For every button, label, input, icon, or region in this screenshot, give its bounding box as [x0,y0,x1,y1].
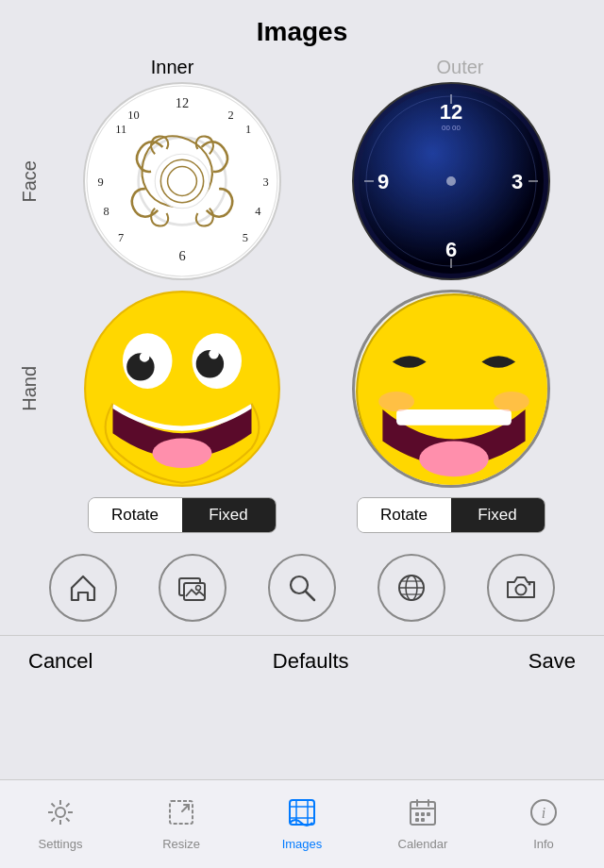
svg-point-38 [419,442,489,477]
save-button[interactable]: Save [528,649,576,674]
svg-text:12: 12 [175,95,188,110]
svg-line-59 [66,818,70,822]
tab-info[interactable]: i Info [483,798,604,851]
inner-fixed-btn[interactable]: Fixed [182,498,276,532]
outer-fixed-btn[interactable]: Fixed [451,498,545,532]
svg-point-39 [378,392,414,411]
svg-text:10: 10 [127,108,139,122]
inner-rotate-btn[interactable]: Rotate [89,498,182,532]
tab-resize-label: Resize [162,837,200,851]
svg-rect-75 [427,812,430,816]
home-icon [67,572,99,604]
svg-point-34 [209,349,219,359]
outer-col-header: Outer [357,57,564,78]
svg-line-60 [66,803,70,807]
svg-line-45 [306,592,314,600]
svg-text:9: 9 [97,175,103,189]
svg-line-58 [52,803,56,807]
svg-text:i: i [542,805,545,821]
cancel-button[interactable]: Cancel [28,649,92,674]
svg-rect-73 [415,812,419,816]
svg-text:00 00: 00 00 [441,124,461,132]
search-icon [286,572,318,604]
calendar-icon [409,798,437,833]
svg-text:6: 6 [178,248,185,263]
images-icon [288,798,316,833]
svg-rect-37 [396,409,512,426]
svg-point-33 [139,352,149,362]
action-bar: Cancel Defaults Save [0,635,604,687]
web-icon [395,572,428,604]
tab-calendar[interactable]: Calendar [362,798,483,851]
svg-point-26 [446,176,456,186]
tab-settings-label: Settings [39,837,83,851]
svg-point-52 [528,583,531,586]
outer-toggle-group: Rotate Fixed [357,497,545,533]
svg-text:4: 4 [255,205,260,218]
tab-calendar-label: Calendar [398,837,448,851]
svg-point-35 [152,439,211,469]
icon-row [19,546,585,635]
photos-icon-btn[interactable] [159,554,226,622]
inner-col-header: Inner [69,57,277,78]
svg-rect-76 [415,818,419,822]
svg-text:1: 1 [244,123,250,136]
svg-text:3: 3 [262,175,268,189]
defaults-button[interactable]: Defaults [273,649,349,674]
svg-text:3: 3 [511,170,522,193]
page-title: Images [0,0,604,57]
svg-text:7: 7 [118,231,124,244]
tab-settings[interactable]: Settings [0,798,121,851]
outer-hand-image[interactable] [352,290,550,488]
svg-text:9: 9 [377,170,388,193]
photos-icon [176,571,210,605]
svg-point-40 [494,392,529,411]
face-row: Face [19,82,585,280]
inner-toggle-group: Rotate Fixed [88,497,277,533]
svg-text:8: 8 [103,205,109,218]
camera-icon-btn[interactable] [487,554,555,622]
inner-clock-face[interactable]: 12 1 3 5 6 7 9 11 2 10 4 8 [83,82,281,280]
svg-text:2: 2 [227,108,233,122]
tab-resize[interactable]: Resize [121,798,242,851]
svg-text:12: 12 [439,100,461,124]
svg-point-2 [155,154,210,209]
inner-hand-image[interactable] [83,290,281,488]
settings-icon [46,798,75,833]
toggle-row: Rotate Fixed Rotate Fixed [19,497,585,533]
hand-row-label: Hand [19,366,47,411]
face-row-label: Face [19,160,47,202]
svg-line-61 [52,818,56,822]
camera-icon [504,571,538,605]
hand-row: Hand [19,290,585,488]
home-icon-btn[interactable] [49,554,117,622]
svg-rect-74 [421,812,425,816]
svg-text:6: 6 [445,238,456,261]
svg-rect-77 [421,818,425,822]
svg-text:5: 5 [242,231,247,244]
outer-clock-face[interactable]: 12 3 6 9 00 00 [352,82,550,280]
resize-icon [167,798,195,833]
svg-point-53 [56,808,65,817]
svg-line-63 [182,805,189,811]
info-icon: i [529,798,558,833]
search-icon-btn[interactable] [268,554,336,622]
tab-images[interactable]: Images [242,798,362,851]
outer-rotate-btn[interactable]: Rotate [358,498,451,532]
svg-text:11: 11 [115,123,126,136]
web-icon-btn[interactable] [378,554,445,622]
tab-bar: Settings Resize Images [0,779,604,868]
tab-info-label: Info [533,837,554,851]
svg-point-51 [516,585,527,595]
tab-images-label: Images [282,837,323,851]
